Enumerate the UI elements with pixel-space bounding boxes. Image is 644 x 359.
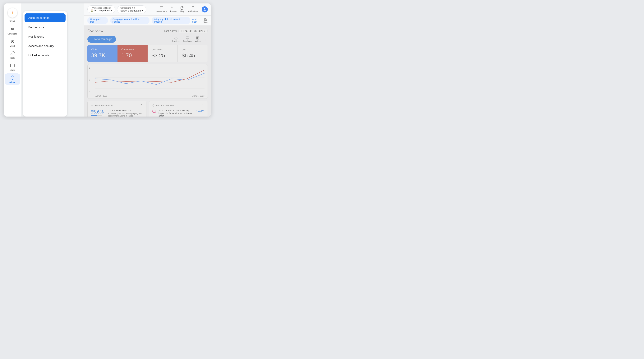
overview-title: Overview bbox=[88, 29, 103, 33]
cost-conv-label: Cost / conv. bbox=[152, 48, 174, 51]
chart-svg bbox=[95, 67, 204, 88]
rec-body-2: 36 ad groups do not have any keywords fo… bbox=[152, 109, 204, 116]
metrics-icon bbox=[196, 36, 200, 40]
new-campaign-button[interactable]: + New campaign bbox=[88, 36, 116, 43]
chart-y-labels: 2 1 0 bbox=[89, 67, 90, 93]
lightbulb-icon-1 bbox=[91, 104, 93, 107]
campaign-status-chip[interactable]: Campaign status: Enabled, Paused bbox=[110, 17, 150, 24]
svg-rect-17 bbox=[196, 36, 198, 38]
cost-conv-value: $3.25 bbox=[152, 52, 174, 59]
appearance-button[interactable]: Appearance bbox=[156, 6, 167, 12]
appearance-icon bbox=[160, 6, 164, 10]
svg-rect-16 bbox=[186, 36, 189, 39]
svg-point-10 bbox=[204, 8, 205, 10]
sidebar-item-campaigns[interactable]: Campaigns bbox=[5, 25, 20, 36]
sidebar-item-create[interactable]: + Create bbox=[5, 6, 20, 24]
workspace-chevron-icon: ▾ bbox=[110, 9, 112, 12]
rec-more-2[interactable]: ⋮ bbox=[201, 104, 204, 108]
lightbulb-icon-2 bbox=[152, 104, 155, 107]
refresh-button[interactable]: Refresh bbox=[170, 6, 177, 12]
sidebar-item-create-label: Create bbox=[10, 20, 15, 22]
date-range-button[interactable]: Apr 20 – 26, 2023 ▾ bbox=[178, 29, 208, 33]
feedback-button[interactable]: Feedback bbox=[183, 36, 192, 42]
workspace-dropdown[interactable]: Workspace (2 filters) 🏠 All campaigns ▾ bbox=[88, 5, 115, 13]
download-icon bbox=[174, 36, 178, 40]
svg-rect-19 bbox=[198, 38, 199, 39]
topbar-right: Appearance Refresh Help bbox=[156, 6, 208, 12]
sidebar-item-campaigns-label: Campaigns bbox=[8, 33, 17, 35]
rec-card-1: Recommendation ⋮ 55.6% Your optimizatio bbox=[88, 101, 146, 116]
help-button[interactable]: Help bbox=[180, 6, 184, 12]
topbar-left: Workspace (2 filters) 🏠 All campaigns ▾ … bbox=[88, 5, 146, 14]
rec-text-1: Your optimization score Increase your sc… bbox=[108, 109, 143, 116]
topbar: Workspace (2 filters) 🏠 All campaigns ▾ … bbox=[84, 4, 211, 16]
content-area: Overview Last 7 days Apr 20 – 26, 2023 ▾ bbox=[84, 26, 211, 116]
campaigns-icon bbox=[10, 27, 15, 32]
campaigns-chevron-icon: ▾ bbox=[142, 9, 143, 12]
user-avatar[interactable] bbox=[202, 6, 208, 12]
rec-score-section: 55.6% bbox=[91, 109, 106, 116]
rec-score-value: 55.6% bbox=[91, 109, 106, 114]
feedback-icon bbox=[186, 36, 189, 40]
workspace-filter-chip[interactable]: Workspace filter bbox=[88, 17, 108, 24]
workspace-label: Workspace (2 filters) 🏠 All campaigns ▾ bbox=[91, 7, 112, 12]
recommendations: Recommendation ⋮ 55.6% Your optimizatio bbox=[88, 101, 208, 116]
sidebar-item-tools[interactable]: Tools bbox=[5, 49, 20, 60]
admin-icon bbox=[10, 75, 15, 80]
sidebar-item-goals-label: Goals bbox=[10, 45, 15, 47]
save-button[interactable]: Save bbox=[203, 18, 208, 24]
ad-group-status-chip[interactable]: Ad group status: Enabled, Pasued bbox=[152, 17, 190, 24]
sidebar-item-admin[interactable]: Admin bbox=[5, 74, 20, 85]
campaigns-dropdown[interactable]: Campaigns (63) Select a campaign ▾ bbox=[117, 5, 146, 14]
flyout-item-access-security[interactable]: Access and security bbox=[24, 42, 66, 50]
metric-conversions: Conversions 1.70 bbox=[118, 45, 148, 62]
search-icon bbox=[152, 109, 156, 114]
billing-icon bbox=[10, 63, 15, 68]
sidebar: + Create Campaigns Goals bbox=[4, 4, 21, 116]
action-row: + New campaign Download bbox=[88, 36, 208, 43]
rec-card-2: Recommendation ⋮ 36 ad groups do not bbox=[149, 101, 208, 116]
cost-value: $6.45 bbox=[182, 52, 204, 59]
download-button[interactable]: Download bbox=[172, 36, 180, 42]
svg-point-2 bbox=[12, 41, 13, 42]
rec-header-2: Recommendation ⋮ bbox=[152, 104, 204, 108]
metric-cost-conv: Cost / conv. $3.25 bbox=[148, 45, 178, 62]
metrics-more-button[interactable]: ⋮ bbox=[204, 37, 208, 42]
save-icon bbox=[204, 18, 208, 21]
svg-point-5 bbox=[12, 77, 13, 78]
svg-rect-11 bbox=[181, 30, 183, 32]
flyout-item-notifications[interactable]: Notifications bbox=[24, 32, 66, 41]
rec-score-fill bbox=[91, 116, 97, 116]
rec-body-1: 55.6% Your optimization score Increase y… bbox=[91, 109, 143, 116]
rec-percentage: +18.6% bbox=[196, 109, 204, 112]
metrics-row: Clicks 39.7K Conversions 1.70 Cost / con… bbox=[88, 45, 208, 62]
create-button[interactable]: + bbox=[8, 8, 17, 18]
sidebar-item-billing-label: Billing bbox=[10, 69, 15, 71]
flyout-menu: Account settings Preferences Notificatio… bbox=[23, 11, 67, 116]
svg-point-8 bbox=[181, 6, 184, 10]
cost-label: Cost bbox=[182, 48, 204, 51]
rec-score-bar bbox=[91, 116, 102, 116]
add-filter-button[interactable]: Add filter bbox=[192, 18, 201, 23]
svg-line-25 bbox=[155, 112, 156, 113]
notifications-icon bbox=[191, 6, 195, 10]
flyout-item-preferences[interactable]: Preferences bbox=[24, 23, 66, 32]
notifications-button[interactable]: Notifications bbox=[188, 6, 198, 12]
date-chevron-icon: ▾ bbox=[204, 30, 205, 32]
svg-point-24 bbox=[152, 110, 156, 112]
main-content: Workspace (2 filters) 🏠 All campaigns ▾ … bbox=[84, 4, 211, 116]
flyout-item-account-settings[interactable]: Account settings bbox=[24, 14, 66, 22]
date-range: Last 7 days Apr 20 – 26, 2023 ▾ bbox=[164, 29, 208, 33]
conversions-label: Conversions bbox=[121, 48, 144, 51]
svg-rect-6 bbox=[160, 7, 163, 9]
rec-more-1[interactable]: ⋮ bbox=[140, 104, 143, 108]
flyout-item-linked-accounts[interactable]: Linked accounts bbox=[24, 51, 66, 60]
svg-point-9 bbox=[182, 9, 182, 9]
filter-bar: Workspace filter Campaign status: Enable… bbox=[84, 16, 211, 26]
chart-area: 2 1 0 Apr 19, 2023 Apr 25, 2023 bbox=[88, 64, 208, 99]
metrics-button[interactable]: Metrics bbox=[195, 36, 201, 42]
rec-search-icon bbox=[152, 109, 156, 114]
sidebar-item-billing[interactable]: Billing bbox=[5, 61, 20, 73]
overview-header: Overview Last 7 days Apr 20 – 26, 2023 ▾ bbox=[88, 29, 208, 33]
sidebar-item-goals[interactable]: Goals bbox=[5, 37, 20, 48]
